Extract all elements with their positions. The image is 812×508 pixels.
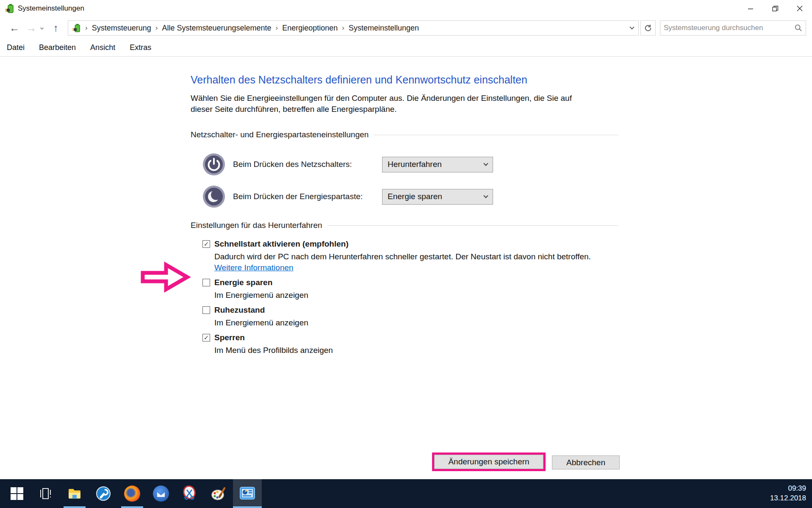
back-button[interactable]: ← <box>6 22 23 34</box>
thunderbird-icon <box>153 486 169 502</box>
intro-text: Wählen Sie die Energieeinstellungen für … <box>191 93 580 115</box>
title-bar: Systemeinstellungen <box>0 0 812 17</box>
menu-datei[interactable]: Datei <box>7 43 25 52</box>
address-dropdown-button[interactable] <box>626 21 638 35</box>
section-divider <box>374 135 618 135</box>
recent-pages-chevron-icon[interactable] <box>40 26 44 30</box>
power-button-action-select[interactable]: Herunterfahren <box>382 157 493 172</box>
save-button-highlight: Änderungen speichern <box>432 452 546 471</box>
forward-button[interactable]: → <box>23 22 40 34</box>
snipping-tool-button[interactable] <box>175 479 204 508</box>
search-icon[interactable] <box>795 24 802 32</box>
power-button-label: Beim Drücken des Netzschalters: <box>233 160 382 169</box>
navigation-bar: ← → ↑ › Systemsteuerung › Alle Systemste… <box>0 17 812 39</box>
section-header-herunterfahren: Einstellungen für das Herunterfahren <box>191 221 618 230</box>
control-panel-icon <box>239 486 256 501</box>
task-view-button[interactable] <box>31 479 60 508</box>
weitere-informationen-link[interactable]: Weitere Informationen <box>214 263 294 272</box>
ruhezustand-description: Im Energiemenü anzeigen <box>214 317 596 328</box>
section-title: Einstellungen für das Herunterfahren <box>191 221 322 230</box>
settings-tool-button[interactable] <box>89 479 118 508</box>
up-button[interactable]: ↑ <box>47 22 64 34</box>
section-title: Netzschalter- und Energiespartasteneinst… <box>191 130 369 139</box>
search-box[interactable] <box>660 20 806 36</box>
checkmark-icon: ✓ <box>204 334 209 341</box>
selected-value: Herunterfahren <box>388 160 442 169</box>
snipping-tool-icon <box>182 486 198 502</box>
power-button-icon <box>202 153 225 176</box>
cancel-button[interactable]: Abbrechen <box>552 455 620 469</box>
restore-button[interactable] <box>763 0 787 17</box>
save-changes-button[interactable]: Änderungen speichern <box>434 455 543 469</box>
file-explorer-icon <box>67 486 82 501</box>
minimize-button[interactable] <box>738 0 763 17</box>
selected-value: Energie sparen <box>388 192 442 201</box>
breadcrumb-systemsteuerung[interactable]: Systemsteuerung <box>89 24 154 33</box>
sperren-checkbox[interactable]: ✓ <box>202 334 210 341</box>
chevron-down-icon <box>483 194 488 198</box>
breadcrumb-alle-systemsteuerungselemente[interactable]: Alle Systemsteuerungselemente <box>159 24 274 33</box>
refresh-button[interactable] <box>640 20 656 36</box>
search-input[interactable] <box>664 24 795 32</box>
sleep-button-action-select[interactable]: Energie sparen <box>382 189 493 205</box>
breadcrumb-separator: › <box>274 24 280 32</box>
window-title: Systemeinstellungen <box>18 4 84 13</box>
energie-sparen-label: Energie sparen <box>214 278 272 287</box>
menu-ansicht[interactable]: Ansicht <box>90 43 115 52</box>
annotation-arrow-icon <box>140 259 191 295</box>
wrench-tool-icon <box>96 486 111 501</box>
section-header-netzschalter: Netzschalter- und Energiespartasteneinst… <box>191 130 618 139</box>
running-indicator <box>121 506 143 508</box>
breadcrumb-energieoptionen[interactable]: Energieoptionen <box>280 24 340 33</box>
windows-logo-icon <box>11 487 23 500</box>
minimize-icon <box>748 6 754 11</box>
chevron-down-icon <box>629 25 634 29</box>
start-button[interactable] <box>3 479 31 508</box>
checkmark-icon: ✓ <box>204 240 209 248</box>
breadcrumb-separator: › <box>83 24 89 32</box>
control-panel-button[interactable] <box>233 479 262 508</box>
firefox-icon <box>124 486 140 502</box>
refresh-icon <box>644 24 652 32</box>
menu-bearbeiten[interactable]: Bearbeiten <box>39 43 76 52</box>
page-title: Verhalten des Netzschalters definieren u… <box>191 74 618 86</box>
clock-date: 13.12.2018 <box>770 494 806 503</box>
file-explorer-button[interactable] <box>60 479 89 508</box>
schnellstart-checkbox[interactable]: ✓ <box>202 240 210 248</box>
firefox-button[interactable] <box>118 479 147 508</box>
running-indicator <box>64 506 86 508</box>
schnellstart-label: Schnellstart aktivieren (empfohlen) <box>214 239 349 249</box>
taskbar: 09:39 13.12.2018 <box>0 479 812 508</box>
setting-energie-sparen: Energie sparen Im Energiemenü anzeigen <box>202 278 618 300</box>
schnellstart-description: Dadurch wird der PC nach dem Herunterfah… <box>214 251 596 272</box>
power-button-setting-row: Beim Drücken des Netzschalters: Herunter… <box>202 151 618 178</box>
setting-schnellstart: ✓ Schnellstart aktivieren (empfohlen) Da… <box>202 239 618 272</box>
address-bar[interactable]: › Systemsteuerung › Alle Systemsteuerung… <box>68 20 639 36</box>
ruhezustand-checkbox[interactable] <box>202 306 210 314</box>
thunderbird-button[interactable] <box>147 479 175 508</box>
breadcrumb: Systemsteuerung › Alle Systemsteuerungse… <box>89 24 421 33</box>
running-indicator <box>233 506 262 508</box>
energie-sparen-description: Im Energiemenü anzeigen <box>214 290 596 300</box>
breadcrumb-separator: › <box>154 24 160 32</box>
menu-bar: Datei Bearbeiten Ansicht Extras <box>0 39 812 57</box>
sperren-label: Sperren <box>214 333 245 342</box>
sleep-button-setting-row: Beim Drücken der Energiespartaste: Energ… <box>202 183 618 210</box>
taskbar-clock[interactable]: 09:39 13.12.2018 <box>770 484 812 503</box>
restore-icon <box>772 6 779 12</box>
setting-sperren: ✓ Sperren Im Menü des Profilbilds anzeig… <box>202 333 618 355</box>
breadcrumb-separator: › <box>340 24 346 32</box>
description-text: Dadurch wird der PC nach dem Herunterfah… <box>214 252 591 261</box>
close-button[interactable] <box>787 0 812 17</box>
power-options-app-icon <box>4 3 14 14</box>
chevron-down-icon <box>483 161 488 166</box>
section-divider <box>327 225 618 226</box>
clock-time: 09:39 <box>770 484 806 494</box>
energie-sparen-checkbox[interactable] <box>202 279 210 286</box>
sperren-description: Im Menü des Profilbilds anzeigen <box>214 345 596 355</box>
paint-button[interactable] <box>204 479 233 508</box>
breadcrumb-systemeinstellungen[interactable]: Systemeinstellungen <box>346 24 421 33</box>
menu-extras[interactable]: Extras <box>130 43 151 52</box>
task-view-icon <box>39 486 53 501</box>
page-content: Verhalten des Netzschalters definieren u… <box>0 57 812 479</box>
